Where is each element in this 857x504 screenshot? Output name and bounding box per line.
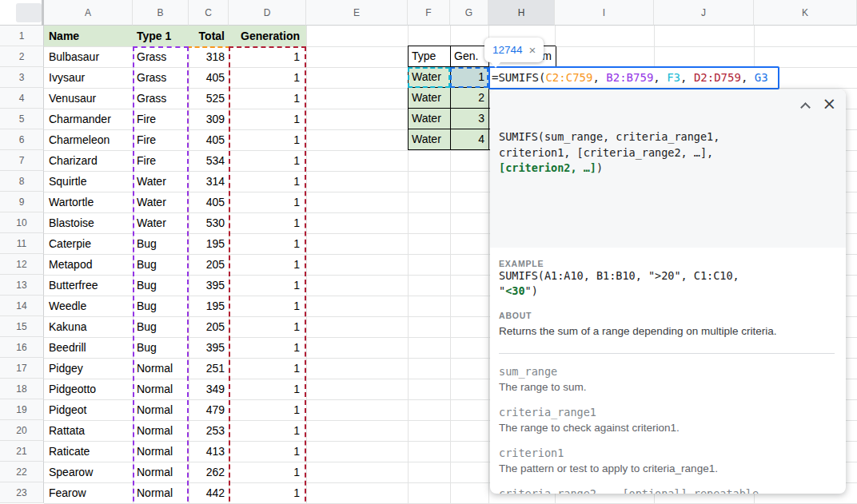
table-cell[interactable]: 1 bbox=[229, 337, 306, 358]
table-cell[interactable]: 318 bbox=[189, 46, 229, 67]
row-header-16[interactable]: 16 bbox=[0, 337, 44, 358]
criteria-cell-type[interactable]: Water bbox=[409, 67, 451, 88]
table-cell[interactable]: Butterfree bbox=[44, 275, 133, 296]
table-cell[interactable]: Pidgeotto bbox=[44, 379, 133, 399]
table-cell[interactable]: 1 bbox=[229, 109, 306, 129]
table-cell[interactable]: Water bbox=[133, 192, 189, 212]
table-cell[interactable]: 1 bbox=[229, 67, 306, 88]
row-header-19[interactable]: 19 bbox=[0, 399, 44, 420]
table-cell[interactable]: 195 bbox=[189, 296, 229, 316]
table-cell[interactable]: 1 bbox=[229, 275, 306, 296]
table-cell[interactable]: Water bbox=[133, 171, 189, 192]
table-cell[interactable]: 479 bbox=[189, 399, 229, 420]
table-cell[interactable]: Kakuna bbox=[44, 316, 133, 337]
row-header-21[interactable]: 21 bbox=[0, 441, 44, 462]
main-table-header-c[interactable]: Total bbox=[189, 26, 229, 46]
table-cell[interactable]: Normal bbox=[133, 379, 189, 399]
table-cell[interactable]: Bug bbox=[133, 233, 189, 254]
table-cell[interactable]: Normal bbox=[133, 399, 189, 420]
column-header-k[interactable]: K bbox=[754, 0, 857, 26]
table-cell[interactable]: Grass bbox=[133, 88, 189, 109]
row-header-18[interactable]: 18 bbox=[0, 379, 44, 399]
table-cell[interactable]: 251 bbox=[189, 358, 229, 379]
table-cell[interactable]: 1 bbox=[229, 46, 306, 67]
criteria-cell-gen[interactable]: 4 bbox=[451, 129, 489, 150]
table-cell[interactable]: 1 bbox=[229, 254, 306, 275]
table-cell[interactable]: Metapod bbox=[44, 254, 133, 275]
table-cell[interactable]: Bug bbox=[133, 316, 189, 337]
collapse-chevron-icon[interactable] bbox=[800, 102, 811, 113]
criteria-cell-gen[interactable]: 2 bbox=[451, 88, 489, 109]
criteria-cell-type[interactable]: Water bbox=[409, 88, 451, 109]
table-cell[interactable]: Fire bbox=[133, 109, 189, 129]
table-cell[interactable]: 1 bbox=[229, 129, 306, 150]
table-cell[interactable]: 1 bbox=[229, 482, 306, 503]
row-header-5[interactable]: 5 bbox=[0, 109, 44, 129]
table-cell[interactable]: Charmander bbox=[44, 109, 133, 129]
table-cell[interactable]: 1 bbox=[229, 420, 306, 441]
popup-close-icon[interactable]: × bbox=[822, 96, 836, 113]
table-cell[interactable]: 530 bbox=[189, 212, 229, 233]
table-cell[interactable]: 1 bbox=[229, 379, 306, 399]
table-cell[interactable]: Grass bbox=[133, 46, 189, 67]
criteria-header-type[interactable]: Type bbox=[409, 46, 451, 67]
column-header-g[interactable]: G bbox=[450, 0, 488, 26]
table-cell[interactable]: Ivysaur bbox=[44, 67, 133, 88]
table-cell[interactable]: 314 bbox=[189, 171, 229, 192]
criteria-cell-gen[interactable]: 3 bbox=[451, 109, 489, 129]
main-table-header-d[interactable]: Generation bbox=[229, 26, 306, 46]
table-cell[interactable]: Blastoise bbox=[44, 212, 133, 233]
table-cell[interactable]: 1 bbox=[229, 462, 306, 482]
table-cell[interactable]: 405 bbox=[189, 67, 229, 88]
table-cell[interactable]: Normal bbox=[133, 358, 189, 379]
row-header-6[interactable]: 6 bbox=[0, 129, 44, 150]
table-cell[interactable]: 1 bbox=[229, 88, 306, 109]
table-cell[interactable]: 534 bbox=[189, 150, 229, 171]
table-cell[interactable]: Weedle bbox=[44, 296, 133, 316]
table-cell[interactable]: Charizard bbox=[44, 150, 133, 171]
row-header-11[interactable]: 11 bbox=[0, 233, 44, 254]
table-cell[interactable]: Venusaur bbox=[44, 88, 133, 109]
column-header-f[interactable]: F bbox=[408, 0, 450, 26]
table-cell[interactable]: Squirtle bbox=[44, 171, 133, 192]
row-header-8[interactable]: 8 bbox=[0, 171, 44, 192]
row-header-12[interactable]: 12 bbox=[0, 254, 44, 275]
table-cell[interactable]: Bug bbox=[133, 337, 189, 358]
table-cell[interactable]: 525 bbox=[189, 88, 229, 109]
table-cell[interactable]: Bulbasaur bbox=[44, 46, 133, 67]
table-cell[interactable]: Normal bbox=[133, 441, 189, 462]
table-cell[interactable]: Normal bbox=[133, 482, 189, 503]
table-cell[interactable]: Water bbox=[133, 212, 189, 233]
table-cell[interactable]: 1 bbox=[229, 296, 306, 316]
row-header-13[interactable]: 13 bbox=[0, 275, 44, 296]
table-cell[interactable]: 1 bbox=[229, 316, 306, 337]
row-header-7[interactable]: 7 bbox=[0, 150, 44, 171]
table-cell[interactable]: 309 bbox=[189, 109, 229, 129]
criteria-cell-gen[interactable]: 1 bbox=[451, 67, 489, 88]
table-cell[interactable]: Raticate bbox=[44, 441, 133, 462]
table-cell[interactable]: 262 bbox=[189, 462, 229, 482]
table-cell[interactable]: Rattata bbox=[44, 420, 133, 441]
table-cell[interactable]: Grass bbox=[133, 67, 189, 88]
criteria-header-gen[interactable]: Gen. bbox=[451, 46, 489, 67]
table-cell[interactable]: Spearow bbox=[44, 462, 133, 482]
table-cell[interactable]: 349 bbox=[189, 379, 229, 399]
table-cell[interactable]: Fire bbox=[133, 150, 189, 171]
table-cell[interactable]: 1 bbox=[229, 399, 306, 420]
table-cell[interactable]: 253 bbox=[189, 420, 229, 441]
column-header-e[interactable]: E bbox=[306, 0, 408, 26]
select-all-corner[interactable] bbox=[0, 0, 44, 26]
row-header-9[interactable]: 9 bbox=[0, 192, 44, 212]
table-cell[interactable]: 205 bbox=[189, 254, 229, 275]
table-cell[interactable]: Pidgey bbox=[44, 358, 133, 379]
row-header-23[interactable]: 23 bbox=[0, 482, 44, 503]
table-cell[interactable]: 405 bbox=[189, 129, 229, 150]
column-header-d[interactable]: D bbox=[229, 0, 306, 26]
criteria-cell-type[interactable]: Water bbox=[409, 109, 451, 129]
row-header-14[interactable]: 14 bbox=[0, 296, 44, 316]
table-cell[interactable]: Normal bbox=[133, 462, 189, 482]
table-cell[interactable]: 413 bbox=[189, 441, 229, 462]
table-cell[interactable]: Charmeleon bbox=[44, 129, 133, 150]
table-cell[interactable]: Fire bbox=[133, 129, 189, 150]
table-cell[interactable]: Fearow bbox=[44, 482, 133, 503]
